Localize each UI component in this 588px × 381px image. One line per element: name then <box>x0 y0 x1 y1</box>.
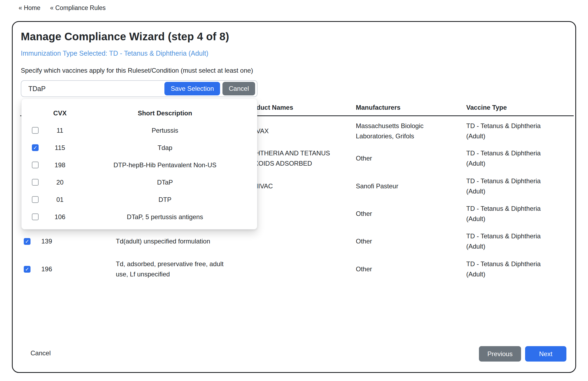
checkmark-icon: ✓ <box>24 266 30 272</box>
vaccine-type-line: TD - Tetanus & Diphtheria <box>466 259 541 269</box>
manufacturers-line: Laboratories, Grifols <box>356 131 424 141</box>
product-name-fragment: HTHERIA AND TETANUS <box>255 148 330 158</box>
dropdown-option[interactable]: ✓ 20 DTaP <box>22 174 257 191</box>
breadcrumb-compliance-rules-link[interactable]: « Compliance Rules <box>50 4 106 12</box>
vaccine-search-group: Save Selection Cancel <box>21 80 258 97</box>
dropdown-option[interactable]: ✓ 198 DTP-hepB-Hib Pentavalent Non-US <box>22 156 257 174</box>
option-checkbox[interactable]: ✓ <box>32 196 39 203</box>
option-description: Tdap <box>78 139 252 156</box>
cvx-cell: 139 <box>41 228 52 255</box>
dropdown-column-cvx: CVX <box>46 107 74 119</box>
vaccine-type-cell: TD - Tetanus & Diphtheria (Adult) <box>466 172 541 200</box>
checkmark-icon: ✓ <box>24 239 30 244</box>
dropdown-header: CVX Short Description <box>22 107 257 119</box>
cvx-cell: 196 <box>41 255 52 283</box>
short-description-line: use, Lf unspecified <box>116 269 224 279</box>
manufacturers-cell: Massachusetts Biologic Laboratories, Gri… <box>356 117 424 145</box>
dropdown-option[interactable]: ✓ 01 DTP <box>22 191 257 208</box>
checkmark-icon: ✓ <box>32 145 38 151</box>
short-description-cell: Td, adsorbed, preservative free, adult u… <box>116 255 224 283</box>
manufacturers-line: Other <box>356 236 372 246</box>
vaccine-type-line: (Adult) <box>466 186 541 196</box>
breadcrumb: « Home « Compliance Rules <box>19 4 106 12</box>
row-checkbox[interactable]: ✓ <box>24 238 31 245</box>
vaccine-type-line: TD - Tetanus & Diphtheria <box>466 121 541 131</box>
vaccine-type-cell: TD - Tetanus & Diphtheria (Adult) <box>466 117 541 145</box>
manufacturers-cell: Other <box>356 200 372 228</box>
option-cvx: 11 <box>46 122 74 139</box>
option-checkbox[interactable]: ✓ <box>32 144 39 151</box>
option-cvx: 106 <box>46 208 74 226</box>
option-description: DTaP <box>78 174 252 191</box>
option-cvx: 01 <box>46 191 74 208</box>
row-checkbox[interactable]: ✓ <box>24 266 31 273</box>
vaccine-type-line: (Adult) <box>466 158 541 169</box>
manufacturers-line: Other <box>356 153 372 163</box>
option-cvx: 115 <box>46 139 74 156</box>
product-name-fragment: VAX <box>256 126 269 136</box>
vaccine-search-dropdown: CVX Short Description ✓ 11 Pertussis ✓ 1… <box>21 99 257 229</box>
vaccine-type-line: (Adult) <box>466 241 541 252</box>
short-description-cell: Td(adult) unspecified formulation <box>116 228 210 255</box>
dropdown-option[interactable]: ✓ 11 Pertussis <box>22 122 257 139</box>
product-name-fragment: XOIDS ADSORBED <box>254 158 312 169</box>
vaccine-type-line: (Adult) <box>466 269 541 279</box>
short-description-line: Td(adult) unspecified formulation <box>116 236 210 246</box>
option-checkbox[interactable]: ✓ <box>32 127 39 134</box>
vaccine-type-cell: TD - Tetanus & Diphtheria (Adult) <box>466 200 541 228</box>
vaccine-type-line: (Adult) <box>466 214 541 224</box>
table-row: ✓ 196 Td, adsorbed, preservative free, a… <box>13 255 575 283</box>
dropdown-option[interactable]: ✓ 115 Tdap <box>22 139 257 156</box>
manufacturers-cell: Sanofi Pasteur <box>356 172 398 200</box>
option-description: DTP-hepB-Hib Pentavalent Non-US <box>78 156 252 174</box>
breadcrumb-home-link[interactable]: « Home <box>19 4 40 12</box>
manufacturers-line: Other <box>356 264 372 274</box>
dropdown-option[interactable]: ✓ 106 DTaP, 5 pertussis antigens <box>22 208 257 226</box>
option-checkbox[interactable]: ✓ <box>32 213 39 220</box>
manufacturers-cell: Other <box>356 228 372 255</box>
wizard-card: Manage Compliance Wizard (step 4 of 8) I… <box>12 21 576 373</box>
table-row: ✓ 139 Td(adult) unspecified formulation … <box>13 228 575 255</box>
column-header-manufacturers: Manufacturers <box>356 104 400 111</box>
vaccine-type-cell: TD - Tetanus & Diphtheria (Adult) <box>466 255 541 283</box>
option-cvx: 198 <box>46 156 74 174</box>
manufacturers-line: Sanofi Pasteur <box>356 181 398 191</box>
short-description-line: Td, adsorbed, preservative free, adult <box>116 259 224 269</box>
vaccine-type-line: TD - Tetanus & Diphtheria <box>466 203 541 214</box>
vaccine-search-input[interactable] <box>21 81 164 96</box>
option-cvx: 20 <box>46 174 74 191</box>
manufacturers-line: Other <box>356 209 372 219</box>
cancel-selection-button[interactable]: Cancel <box>222 82 255 95</box>
vaccine-type-line: TD - Tetanus & Diphtheria <box>466 231 541 241</box>
manufacturers-cell: Other <box>356 145 372 172</box>
save-selection-button[interactable]: Save Selection <box>164 82 220 95</box>
option-description: DTP <box>78 191 252 208</box>
dropdown-column-short-description: Short Description <box>78 107 252 119</box>
column-header-vaccine-type: Vaccine Type <box>466 104 507 111</box>
vaccine-type-cell: TD - Tetanus & Diphtheria (Adult) <box>466 228 541 255</box>
option-description: Pertussis <box>78 122 252 139</box>
vaccine-type-line: TD - Tetanus & Diphtheria <box>466 176 541 186</box>
option-checkbox[interactable]: ✓ <box>32 162 39 168</box>
manufacturers-cell: Other <box>356 255 372 283</box>
vaccine-type-line: TD - Tetanus & Diphtheria <box>466 148 541 158</box>
option-description: DTaP, 5 pertussis antigens <box>78 208 252 226</box>
vaccine-type-cell: TD - Tetanus & Diphtheria (Adult) <box>466 145 541 172</box>
manufacturers-line: Massachusetts Biologic <box>356 121 424 131</box>
option-checkbox[interactable]: ✓ <box>32 179 39 186</box>
vaccine-type-line: (Adult) <box>466 131 541 141</box>
